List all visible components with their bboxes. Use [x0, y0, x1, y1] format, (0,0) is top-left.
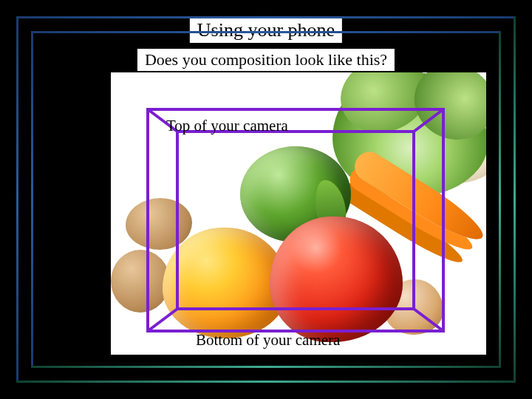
potato-shape — [126, 198, 192, 250]
composition-photo: Top of your camera Bottom of your camera — [111, 72, 486, 355]
camera-top-label: Top of your camera — [166, 117, 288, 135]
slide-subtitle-text: Does you composition look like this? — [145, 50, 387, 69]
slide-subtitle: Does you composition look like this? — [137, 49, 395, 71]
slide-title: Using your phone — [190, 18, 342, 43]
vegetables-illustration — [111, 72, 486, 355]
camera-bottom-label: Bottom of your camera — [196, 331, 340, 349]
potato-shape — [111, 250, 170, 313]
slide-title-text: Using your phone — [197, 19, 335, 41]
red-pepper-shape — [270, 216, 403, 342]
